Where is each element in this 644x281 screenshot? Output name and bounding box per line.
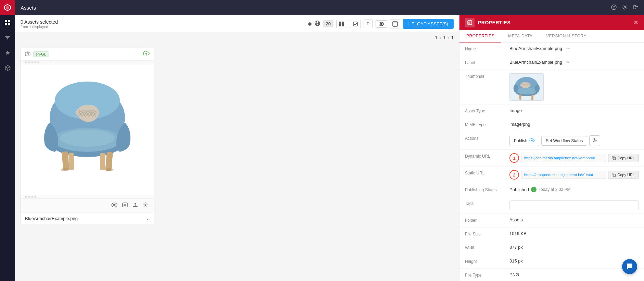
dot xyxy=(25,61,27,63)
width-label: Width xyxy=(465,245,509,250)
label-row: Label BlueArmchairExample.png ✏ xyxy=(459,56,644,70)
asset-type-label: Asset Type xyxy=(465,108,509,113)
mime-type-row: MIME Type image/png xyxy=(459,118,644,132)
export-icon[interactable] xyxy=(633,4,639,11)
settings-btn-card[interactable] xyxy=(141,201,150,210)
page-prev: 1 xyxy=(435,35,438,40)
file-type-row: File Type PNG xyxy=(459,269,644,281)
sidebar-item-box[interactable] xyxy=(0,60,15,75)
name-edit-icon[interactable]: ✏ xyxy=(566,46,570,51)
mime-type-label: MIME Type xyxy=(465,122,509,127)
folder-label: Folder xyxy=(465,217,509,223)
file-size-label: File Size xyxy=(465,231,509,236)
asset-grid: en-GB xyxy=(15,42,459,281)
tab-meta-data[interactable]: META-DATA xyxy=(501,30,539,42)
dynamic-url-input[interactable] xyxy=(521,154,606,162)
settings-icon[interactable] xyxy=(622,4,628,11)
dot xyxy=(28,196,30,198)
page-next: 1 xyxy=(451,35,454,40)
view-check-btn[interactable] xyxy=(350,20,361,28)
name-text: BlueArmchairExample.png xyxy=(509,46,562,51)
view-eye-btn[interactable] xyxy=(376,20,387,28)
page-size[interactable]: 20 xyxy=(323,20,333,27)
tab-properties[interactable]: PROPERTIES xyxy=(459,30,501,42)
publish-btn[interactable]: Publish xyxy=(509,136,539,146)
static-copy-label: Copy URL xyxy=(617,173,635,177)
svg-text:?: ? xyxy=(613,5,615,9)
asset-type-row: Asset Type Image xyxy=(459,105,644,118)
view-dots-btn[interactable] xyxy=(390,20,400,28)
asset-card-actions xyxy=(21,198,154,212)
expand-icon[interactable]: ⌄ xyxy=(146,216,150,221)
name-label: Name xyxy=(465,46,509,51)
sidebar-item-filter[interactable] xyxy=(0,30,15,45)
sidebar xyxy=(0,0,15,281)
assets-selected-label: 0 Assets selected xyxy=(21,19,304,25)
support-chat-btn[interactable] xyxy=(622,259,637,274)
label-value: BlueArmchairExample.png ✏ xyxy=(509,60,639,65)
view-grid-btn[interactable] xyxy=(336,20,347,28)
list-view-btn[interactable] xyxy=(121,201,129,210)
tags-row: Tags xyxy=(459,197,644,214)
width-value: 877 px xyxy=(509,245,639,250)
close-properties-btn[interactable]: ✕ xyxy=(633,19,639,26)
view-p-btn[interactable]: P xyxy=(364,20,373,28)
sidebar-item-assets[interactable] xyxy=(0,15,15,30)
static-url-input[interactable] xyxy=(521,171,606,179)
upload-btn-card[interactable] xyxy=(131,201,139,210)
asset-filename: BlueArmchairExample.png xyxy=(25,216,78,221)
publishing-status-row: Publishing Status Published ✓ Today at 3… xyxy=(459,183,644,197)
thumbnail-row: Thumbnail xyxy=(459,70,644,105)
toolbar-controls: 20 P xyxy=(308,19,454,29)
svg-point-48 xyxy=(594,139,595,141)
workflow-gear-btn[interactable] xyxy=(589,135,600,146)
published-label: Published xyxy=(509,187,529,192)
height-row: Height 815 px xyxy=(459,255,644,269)
locale-badge: en-GB xyxy=(33,51,49,57)
dynamic-url-row: Dynamic URL 1 Copy URL xyxy=(459,150,644,167)
svg-rect-37 xyxy=(123,203,127,207)
thumbnail-value xyxy=(509,73,639,101)
folder-value: Assets xyxy=(509,217,639,222)
tags-input[interactable] xyxy=(509,200,639,210)
svg-point-34 xyxy=(105,168,114,171)
tab-version-history[interactable]: VERSION HISTORY xyxy=(539,30,593,42)
svg-marker-1 xyxy=(6,6,9,10)
set-workflow-btn[interactable]: Set Workflow Status xyxy=(541,136,587,146)
next-arrow[interactable]: › xyxy=(447,35,449,40)
static-url-value: 2 Copy URL xyxy=(509,170,639,180)
height-value: 815 px xyxy=(509,258,639,264)
asset-card-footer: BlueArmchairExample.png ⌄ xyxy=(21,212,154,224)
page-title: Assets xyxy=(21,5,611,11)
card-dots-top xyxy=(21,61,154,64)
dynamic-copy-url-btn[interactable]: Copy URL xyxy=(608,154,639,162)
svg-rect-50 xyxy=(613,174,616,176)
dot xyxy=(37,61,39,63)
mime-type-value: image/png xyxy=(509,122,639,127)
svg-rect-5 xyxy=(8,23,10,25)
header-icons: ? xyxy=(611,4,639,11)
sidebar-item-star[interactable] xyxy=(0,45,15,60)
globe-icon[interactable] xyxy=(314,20,320,27)
prev-arrow[interactable]: ‹ xyxy=(440,35,441,40)
help-icon[interactable]: ? xyxy=(611,4,617,11)
label-edit-icon[interactable]: ✏ xyxy=(566,60,570,65)
svg-rect-13 xyxy=(339,24,341,26)
svg-rect-31 xyxy=(68,152,74,170)
publishing-status-value: Published ✓ Today at 3:02 PM xyxy=(509,187,639,192)
top-header: Assets ? xyxy=(15,0,644,15)
properties-title: PROPERTIES xyxy=(478,20,633,25)
static-url-row: Static URL 2 Copy URL xyxy=(459,167,644,183)
properties-body: Name BlueArmchairExample.png ✏ Label Blu… xyxy=(459,42,644,281)
preview-btn[interactable] xyxy=(110,201,119,210)
actions-row: Actions Publish Set xyxy=(459,132,644,150)
asset-image-area xyxy=(21,64,154,195)
folder-row: Folder Assets xyxy=(459,214,644,228)
static-copy-url-btn[interactable]: Copy URL xyxy=(608,171,639,179)
upload-assets-btn[interactable]: UPLOAD ASSET(S) xyxy=(403,19,454,29)
sort-toggle[interactable] xyxy=(308,22,312,26)
svg-point-33 xyxy=(61,168,69,171)
actions-value: Publish Set Workflow Status xyxy=(509,135,639,146)
chair-image xyxy=(36,75,139,184)
dot xyxy=(31,61,33,63)
